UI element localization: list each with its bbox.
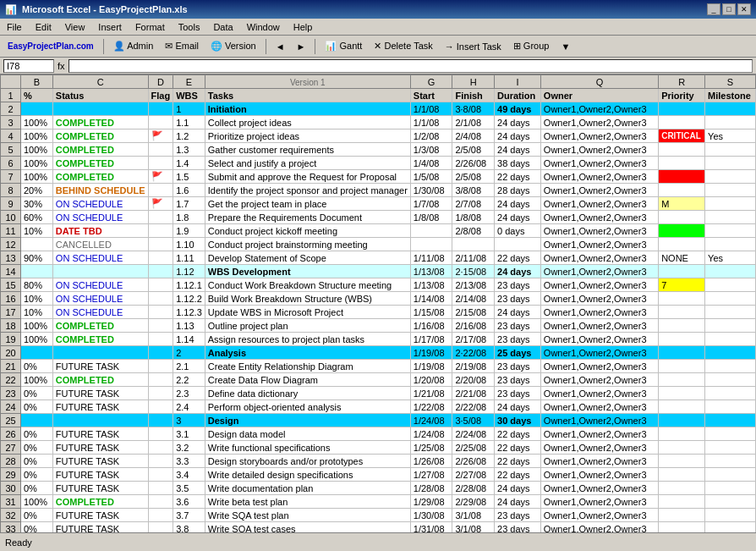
cell-finish-24: 2/22/08 xyxy=(452,400,495,414)
col-priority-label: Priority xyxy=(659,89,705,102)
col-header-f[interactable]: Version 1 xyxy=(205,75,410,89)
row-num-7: 7 xyxy=(1,170,21,184)
menu-format[interactable]: Format xyxy=(132,21,168,33)
cell-start-31: 1/29/08 xyxy=(410,495,452,509)
menu-insert[interactable]: Insert xyxy=(95,21,125,33)
cell-pct-6: 100% xyxy=(21,157,53,170)
col-header-q[interactable]: Q xyxy=(540,75,658,89)
cell-status-6: COMPLETED xyxy=(52,157,148,170)
toolbar-logo[interactable]: EasyProjectPlan.com xyxy=(3,37,98,56)
col-duration-label: Duration xyxy=(495,89,541,102)
table-row: 1390%ON SCHEDULE1.11Develop Statement of… xyxy=(1,251,756,265)
cell-priority-28 xyxy=(659,455,705,468)
cell-owner-31: Owner1,Owner2,Owner3 xyxy=(540,495,658,509)
col-header-d[interactable]: D xyxy=(148,75,173,89)
col-header-e[interactable]: E xyxy=(173,75,205,89)
toolbar-back[interactable]: ◄ xyxy=(271,37,289,56)
col-header-i[interactable]: I xyxy=(495,75,541,89)
cell-status-19: COMPLETED xyxy=(52,333,148,346)
cell-owner-2: Owner1,Owner2,Owner3 xyxy=(540,102,658,116)
col-header-c[interactable]: C xyxy=(52,75,148,89)
cell-duration-5: 24 days xyxy=(495,143,541,157)
cell-flag-10 xyxy=(148,211,173,224)
table-row: 280%FUTURE TASK3.3Design storyboards and… xyxy=(1,455,756,468)
menu-data[interactable]: Data xyxy=(210,21,236,33)
maximize-button[interactable]: □ xyxy=(722,3,736,15)
menu-tools[interactable]: Tools xyxy=(175,21,204,33)
table-row: 1710%ON SCHEDULE1.12.3Update WBS in Micr… xyxy=(1,306,756,319)
cell-status-28: FUTURE TASK xyxy=(52,455,148,468)
col-header-r[interactable]: R xyxy=(659,75,705,89)
cell-finish-25: 3·5/08 xyxy=(452,414,495,427)
cell-priority-23 xyxy=(659,387,705,400)
cell-start-29: 1/27/08 xyxy=(410,468,452,482)
cell-duration-18: 23 days xyxy=(495,319,541,333)
table-row: 300%FUTURE TASK3.5Write documentation pl… xyxy=(1,482,756,495)
cell-milestone-3 xyxy=(705,116,756,129)
cell-owner-13: Owner1,Owner2,Owner3 xyxy=(540,251,658,265)
cell-task-25: Design xyxy=(205,414,410,427)
toolbar-gantt[interactable]: 📊 Gantt xyxy=(320,37,366,56)
cell-status-2 xyxy=(52,102,148,116)
col-header-s[interactable]: S xyxy=(705,75,756,89)
cell-task-23: Define data dictionary xyxy=(205,387,410,400)
cell-start-3: 1/1/08 xyxy=(410,116,452,129)
cell-wbs-32: 3.7 xyxy=(173,509,205,522)
toolbar-email[interactable]: ✉ Email xyxy=(161,37,203,56)
cell-priority-29 xyxy=(659,468,705,482)
toolbar-insert-task[interactable]: → Insert Task xyxy=(441,37,506,56)
cell-pct-16: 10% xyxy=(21,292,53,306)
menu-file[interactable]: File xyxy=(3,21,25,33)
cell-pct-15: 80% xyxy=(21,278,53,292)
toolbar-version[interactable]: 🌐 Version xyxy=(206,37,260,56)
table-row: 22100%COMPLETED2.2Create Data Flow Diagr… xyxy=(1,373,756,387)
table-row: 4100%COMPLETED🚩1.2Prioritize project ide… xyxy=(1,129,756,143)
col-header-b[interactable]: B xyxy=(21,75,53,89)
cell-priority-30 xyxy=(659,482,705,495)
cell-finish-3: 2/1/08 xyxy=(452,116,495,129)
cell-finish-29: 2/27/08 xyxy=(452,468,495,482)
col-header-g[interactable]: G xyxy=(410,75,452,89)
cell-pct-13: 90% xyxy=(21,251,53,265)
cell-start-28: 1/26/08 xyxy=(410,455,452,468)
cell-status-29: FUTURE TASK xyxy=(52,468,148,482)
cell-status-9: ON SCHEDULE xyxy=(52,197,148,211)
toolbar-admin[interactable]: 👤 Admin xyxy=(109,37,158,56)
cell-wbs-26: 3.1 xyxy=(173,427,205,441)
cell-wbs-16: 1.12.2 xyxy=(173,292,205,306)
menu-view[interactable]: View xyxy=(62,21,89,33)
minimize-button[interactable]: _ xyxy=(707,3,720,15)
table-row: 230%FUTURE TASK2.3Define data dictionary… xyxy=(1,387,756,400)
cell-duration-23: 23 days xyxy=(495,387,541,400)
name-box[interactable] xyxy=(3,59,54,73)
cell-flag-20 xyxy=(148,346,173,360)
menu-window[interactable]: Window xyxy=(244,21,283,33)
cell-status-22: COMPLETED xyxy=(52,373,148,387)
formula-input[interactable] xyxy=(68,59,753,73)
spreadsheet[interactable]: B C D E Version 1 G H I Q R S 1 % Status xyxy=(0,74,756,532)
cell-wbs-18: 1.13 xyxy=(173,319,205,333)
toolbar-delete-task[interactable]: ✕ Delete Task xyxy=(370,37,436,56)
toolbar-filter[interactable]: ▼ xyxy=(556,37,574,56)
col-header-h[interactable]: H xyxy=(452,75,495,89)
cell-finish-17: 2/15/08 xyxy=(452,306,495,319)
close-button[interactable]: ✕ xyxy=(737,3,751,15)
menu-help[interactable]: Help xyxy=(290,21,316,33)
toolbar-forward[interactable]: ► xyxy=(293,37,310,56)
cell-flag-27 xyxy=(148,441,173,455)
cell-milestone-20 xyxy=(705,346,756,360)
menu-edit[interactable]: Edit xyxy=(32,21,55,33)
table-row: 210%FUTURE TASK2.1Create Entity Relation… xyxy=(1,360,756,373)
cell-milestone-19 xyxy=(705,333,756,346)
cell-priority-3 xyxy=(659,116,705,129)
cell-priority-15: 7 xyxy=(659,278,705,292)
cell-flag-33 xyxy=(148,522,173,533)
toolbar-group[interactable]: ⊞ Group xyxy=(509,37,554,56)
cell-wbs-14: 1.12 xyxy=(173,265,205,278)
cell-start-25: 1/24/08 xyxy=(410,414,452,427)
cell-owner-4: Owner1,Owner2,Owner3 xyxy=(540,129,658,143)
cell-duration-19: 23 days xyxy=(495,333,541,346)
cell-milestone-2 xyxy=(705,102,756,116)
cell-milestone-31 xyxy=(705,495,756,509)
cell-milestone-23 xyxy=(705,387,756,400)
